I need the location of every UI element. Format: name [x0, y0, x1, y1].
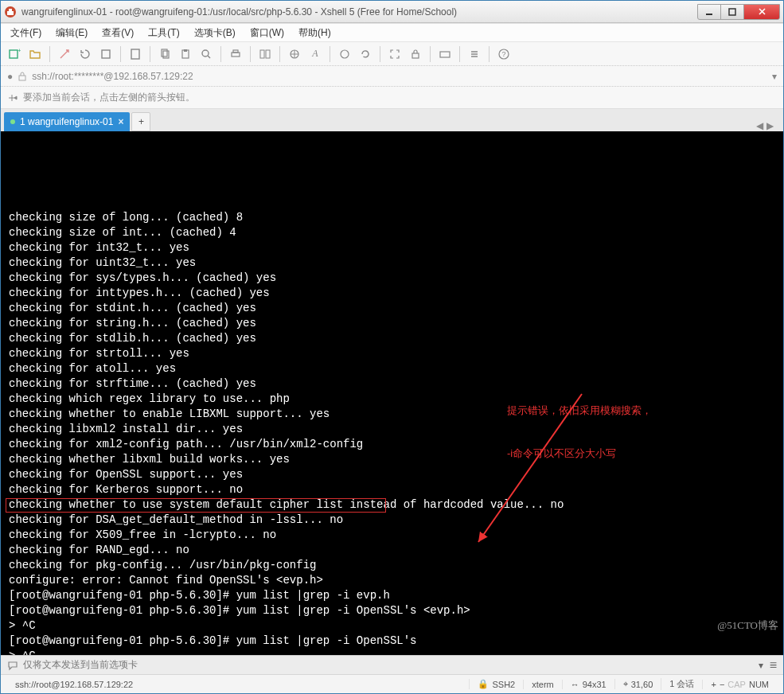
terminal-line: checking size of int... (cached) 4 — [9, 225, 780, 240]
menu-file[interactable]: 文件(F) — [6, 25, 46, 41]
tabbar: 1 wangruifenglinux-01 × + ◀ ▶ — [1, 109, 783, 131]
disconnect-icon[interactable] — [97, 45, 115, 63]
layout-icon[interactable] — [256, 45, 274, 63]
lock-small-icon: 🔒 — [478, 679, 489, 689]
svg-point-15 — [202, 50, 209, 57]
status-size: ↔ 94x31 — [562, 680, 614, 689]
copy-icon[interactable] — [156, 45, 174, 63]
globe-icon[interactable] — [286, 45, 303, 63]
svg-rect-4 — [729, 9, 735, 15]
svg-rect-7 — [10, 50, 18, 58]
properties-icon[interactable] — [127, 45, 144, 63]
hintbar: 要添加当前会话，点击左侧的箭头按钮。 — [1, 87, 783, 109]
lock-icon[interactable] — [407, 45, 424, 63]
sendbar-chat-icon[interactable] — [7, 660, 18, 671]
keyboard-icon[interactable] — [436, 45, 454, 63]
annotation-text: 提示错误，依旧采用模糊搜索， -i命令可以不区分大小写 — [507, 375, 652, 489]
addressbar: ● ssh://root:********@192.168.57.129:22 … — [1, 66, 783, 87]
terminal-line: checking for strftime... (cached) yes — [9, 376, 780, 392]
toolbar-separator — [49, 46, 50, 62]
window-buttons — [698, 4, 780, 20]
terminal-line: checking for atoll... yes — [9, 361, 780, 376]
font-icon[interactable]: A — [306, 45, 324, 63]
terminal-line: checking for string.h... (cached) yes — [9, 316, 780, 331]
maximize-button[interactable] — [720, 4, 744, 20]
menubar: 文件(F) 编辑(E) 查看(V) 工具(T) 选项卡(B) 窗口(W) 帮助(… — [1, 23, 783, 42]
reconnect-icon[interactable] — [76, 45, 94, 63]
svg-text:?: ? — [502, 50, 506, 58]
close-button[interactable] — [743, 4, 780, 20]
sendbar: 仅将文本发送到当前选项卡 ▾ ≡ — [1, 655, 783, 674]
refresh-icon[interactable] — [357, 45, 374, 63]
print-icon[interactable] — [227, 45, 244, 63]
status-term: xterm — [523, 680, 562, 689]
terminal-line: checking for stdlib.h... (cached) yes — [9, 331, 780, 346]
menu-tab[interactable]: 选项卡(B) — [189, 25, 240, 41]
svg-rect-14 — [184, 49, 187, 52]
status-protocol-text: SSH2 — [492, 680, 515, 689]
sendbar-text: 仅将文本发送到当前选项卡 — [23, 658, 138, 672]
terminal-line: checking for sys/types.h... (cached) yes — [9, 271, 780, 286]
terminal-line: checking for uint32_t... yes — [9, 255, 780, 271]
addressbar-text[interactable]: ssh://root:********@192.168.57.129:22 — [32, 71, 767, 82]
status-cursor-text: 31,60 — [631, 680, 653, 689]
svg-rect-1 — [7, 11, 14, 15]
tab-scroll-left-icon[interactable]: ◀ — [756, 120, 763, 131]
terminal-line: configure: error: Cannot find OpenSSL's … — [9, 573, 780, 588]
toolbar: + A ? — [1, 42, 783, 66]
help-icon[interactable]: ? — [495, 45, 513, 63]
svg-rect-2 — [9, 9, 12, 11]
status-cap: + − CAP NUM — [702, 680, 777, 689]
svg-rect-18 — [233, 50, 238, 53]
addressbar-dropdown-icon[interactable]: ▾ — [772, 71, 777, 82]
toolbar-separator — [430, 46, 431, 62]
toolbar-separator — [120, 46, 121, 62]
session-tab[interactable]: 1 wangruifenglinux-01 × — [4, 112, 130, 131]
new-tab-button[interactable]: + — [131, 112, 150, 131]
sendbar-dropdown-icon[interactable]: ▾ — [759, 660, 763, 671]
list-icon[interactable] — [466, 45, 483, 63]
script-icon[interactable] — [336, 45, 353, 63]
watermark: @51CTO博客 — [717, 618, 778, 633]
open-folder-icon[interactable] — [26, 45, 44, 63]
terminal-line: checking for xml2-config path... /usr/bi… — [9, 437, 780, 452]
menu-window[interactable]: 窗口(W) — [245, 25, 289, 41]
annotation-line-2: -i命令可以不区分大小写 — [507, 446, 652, 461]
tab-label: 1 wangruifenglinux-01 — [20, 116, 113, 127]
menu-tools[interactable]: 工具(T) — [143, 25, 184, 41]
terminal-line: checking for X509_free in -lcrypto... no — [9, 528, 780, 543]
fullscreen-icon[interactable] — [386, 45, 404, 63]
terminal-line: > ^C — [9, 618, 780, 634]
hintbar-add-icon[interactable] — [7, 92, 18, 103]
svg-rect-23 — [412, 53, 419, 58]
status-connection: ssh://root@192.168.57.129:22 — [7, 680, 469, 689]
terminal-line: checking libxml2 install dir... yes — [9, 422, 780, 437]
terminal-line: checking for RAND_egd... no — [9, 543, 780, 558]
svg-rect-11 — [162, 49, 167, 57]
status-cap-text: CAP — [727, 680, 746, 689]
minimize-button[interactable] — [697, 4, 721, 20]
menu-edit[interactable]: 编辑(E) — [51, 25, 92, 41]
svg-rect-20 — [266, 50, 270, 58]
status-size-text: 94x31 — [583, 680, 607, 689]
terminal-line: checking for Kerberos support... no — [9, 482, 780, 497]
toolbar-separator — [220, 46, 221, 62]
terminal-line: checking for DSA_get_default_method in -… — [9, 513, 780, 528]
tab-scroll-right-icon[interactable]: ▶ — [766, 120, 774, 131]
status-protocol: 🔒 SSH2 — [469, 679, 523, 689]
menu-help[interactable]: 帮助(H) — [294, 25, 336, 41]
paste-icon[interactable] — [177, 45, 194, 63]
sendbar-menu-icon[interactable]: ≡ — [770, 658, 777, 673]
connect-icon[interactable] — [56, 45, 73, 63]
terminal[interactable]: checking size of long... (cached) 8check… — [1, 131, 783, 655]
svg-rect-3 — [706, 14, 712, 15]
search-icon[interactable] — [197, 45, 215, 63]
plus-icon: + — [711, 680, 716, 689]
new-session-icon[interactable]: + — [6, 45, 23, 63]
toolbar-separator — [459, 46, 460, 62]
titlebar[interactable]: wangruifenglinux-01 - root@wangruifeng-0… — [1, 1, 783, 23]
tab-close-icon[interactable]: × — [118, 116, 123, 127]
menu-view[interactable]: 查看(V) — [97, 25, 138, 41]
terminal-line: checking for int32_t... yes — [9, 240, 780, 255]
status-num-text: NUM — [749, 680, 769, 689]
